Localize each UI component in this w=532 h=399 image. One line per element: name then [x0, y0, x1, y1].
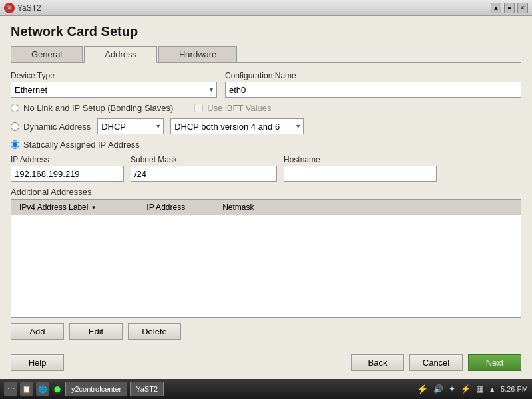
device-type-select[interactable]: Ethernet [11, 82, 217, 98]
edit-button[interactable]: Edit [69, 323, 123, 340]
scroll-down-button[interactable]: ● [504, 3, 515, 13]
device-config-row: Device Type Ethernet Configuration Name [11, 71, 521, 98]
table-header: IPv4 Address Label IP Address Netmask [11, 200, 521, 215]
subnet-mask-field: Subnet Mask [131, 155, 277, 182]
hostname-field: Hostname [284, 155, 437, 182]
device-type-label: Device Type [11, 71, 217, 80]
battery-icon: ⚡ [461, 384, 471, 394]
dhcp-select[interactable]: DHCP [97, 118, 164, 134]
dynamic-address-label: Dynamic Address [23, 122, 91, 132]
delete-button[interactable]: Delete [128, 323, 181, 340]
titlebar-left: ✕ YaST2 [4, 3, 41, 13]
titlebar: ✕ YaST2 ▲ ● ✕ [0, 0, 532, 16]
additional-addresses-table: IPv4 Address Label IP Address Netmask [11, 200, 521, 318]
static-label: Statically Assigned IP Address [23, 140, 140, 150]
no-link-row: No Link and IP Setup (Bonding Slaves) Us… [11, 103, 521, 113]
subnet-mask-input[interactable] [131, 166, 277, 182]
additional-addresses-section: Additional Addresses IPv4 Address Label … [11, 187, 521, 340]
action-bar: Help Back Cancel Next [11, 349, 521, 374]
dhcp-version-select-wrapper: DHCP both version 4 and 6 [170, 118, 304, 134]
dhcp-version-select[interactable]: DHCP both version 4 and 6 [170, 118, 304, 134]
system-icon: ▦ [476, 384, 483, 394]
tab-address[interactable]: Address [84, 46, 157, 63]
main-window: Network Card Setup General Address Hardw… [0, 16, 532, 379]
taskbar-app-y2controlcenter[interactable]: y2controlcenter [65, 382, 127, 396]
network-icon: ⚡ [417, 384, 428, 394]
dynamic-radio-row: Dynamic Address [11, 122, 91, 132]
window-menu-button[interactable]: ✕ [517, 3, 528, 13]
taskbar-icon-3[interactable]: ⬤ [52, 384, 63, 394]
ip-address-label: IP Address [11, 155, 124, 164]
taskbar-apps-icon[interactable]: ⋯ [4, 382, 17, 396]
no-link-radio-row: No Link and IP Setup (Bonding Slaves) [11, 103, 173, 113]
table-body [11, 215, 521, 317]
right-actions: Back Cancel Next [351, 354, 521, 371]
taskbar: ⋯ 📋 🌐 ⬤ y2controlcenter YaST2 ⚡ 🔊 ✦ ⚡ ▦ … [0, 379, 532, 399]
config-name-input[interactable] [225, 82, 521, 98]
help-button[interactable]: Help [11, 354, 64, 371]
use-ibft-checkbox[interactable] [194, 104, 203, 112]
subnet-mask-label: Subnet Mask [131, 155, 277, 164]
static-radio-row: Statically Assigned IP Address [11, 140, 521, 150]
hostname-label: Hostname [284, 155, 437, 164]
static-radio[interactable] [11, 140, 19, 149]
device-type-select-wrapper: Ethernet [11, 82, 217, 98]
use-ibft-label: Use iBFT Values [207, 103, 271, 113]
additional-addresses-label: Additional Addresses [11, 187, 521, 197]
window-title: YaST2 [17, 3, 41, 13]
form-content: Device Type Ethernet Configuration Name … [11, 71, 521, 374]
close-button[interactable]: ✕ [4, 3, 15, 13]
audio-icon: 🔊 [433, 384, 443, 394]
page-title: Network Card Setup [11, 24, 521, 39]
taskbar-icon-1[interactable]: 📋 [20, 382, 33, 396]
next-button[interactable]: Next [468, 354, 521, 371]
titlebar-controls: ▲ ● ✕ [491, 3, 528, 13]
up-arrow-icon: ▲ [489, 386, 495, 393]
scroll-up-button[interactable]: ▲ [491, 3, 501, 13]
ibft-checkbox-row: Use iBFT Values [194, 103, 271, 113]
table-buttons: Add Edit Delete [11, 323, 521, 340]
col-header-ipv4-label[interactable]: IPv4 Address Label [14, 201, 101, 213]
tab-general[interactable]: General [11, 46, 83, 62]
config-name-group: Configuration Name [225, 71, 521, 98]
col-header-ip-address[interactable]: IP Address [141, 201, 190, 213]
no-link-label: No Link and IP Setup (Bonding Slaves) [23, 103, 173, 113]
taskbar-right: ⚡ 🔊 ✦ ⚡ ▦ ▲ 5:26 PM [417, 384, 528, 394]
dynamic-address-radio[interactable] [11, 122, 19, 131]
taskbar-time: 5:26 PM [501, 385, 528, 393]
dynamic-address-row: Dynamic Address DHCP DHCP both version 4… [11, 118, 521, 134]
taskbar-icon-2[interactable]: 🌐 [36, 382, 49, 396]
no-link-radio[interactable] [11, 104, 19, 112]
device-type-group: Device Type Ethernet [11, 71, 217, 98]
col-header-netmask[interactable]: Netmask [217, 201, 259, 213]
taskbar-left: ⋯ 📋 🌐 ⬤ y2controlcenter YaST2 [4, 382, 164, 396]
add-button[interactable]: Add [11, 323, 64, 340]
ip-address-field: IP Address [11, 155, 124, 182]
config-name-label: Configuration Name [225, 71, 521, 80]
cancel-button[interactable]: Cancel [409, 354, 463, 371]
ip-address-input[interactable] [11, 166, 124, 182]
back-button[interactable]: Back [351, 354, 404, 371]
tab-hardware[interactable]: Hardware [158, 46, 237, 62]
bluetooth-icon: ✦ [449, 384, 455, 394]
tab-bar: General Address Hardware [11, 46, 521, 63]
taskbar-app-yast2[interactable]: YaST2 [130, 382, 164, 396]
hostname-input[interactable] [284, 166, 437, 182]
dhcp-select-wrapper: DHCP [97, 118, 164, 134]
ip-fields-row: IP Address Subnet Mask Hostname [11, 155, 521, 182]
